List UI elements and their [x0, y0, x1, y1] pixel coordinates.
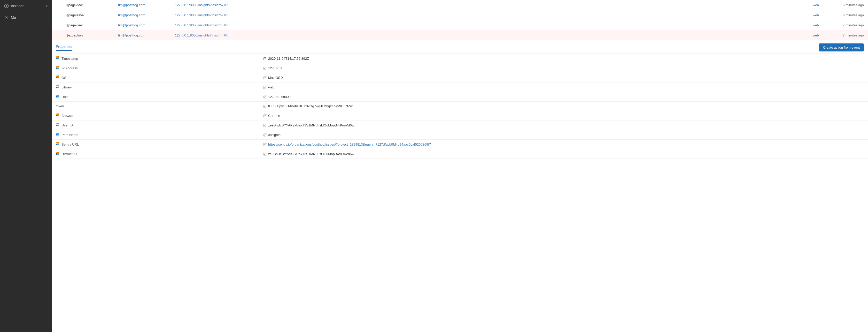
- event-row[interactable]: + $pageview tim@posthog.com 127.0.0.1:80…: [52, 20, 868, 30]
- svg-rect-5: [56, 58, 57, 59]
- property-value-cell: Chrome: [263, 114, 864, 118]
- property-value: ze9BnBcBYYAKZkUakT3S1MNuFsLlGuMopB4r8-mV…: [268, 123, 354, 127]
- expand-icon[interactable]: +: [52, 10, 62, 20]
- edit-icon[interactable]: [263, 123, 267, 127]
- sidebar-user[interactable]: Me: [0, 12, 52, 23]
- posthog-icon: [56, 85, 60, 89]
- svg-rect-19: [56, 85, 57, 86]
- svg-rect-32: [57, 123, 59, 124]
- posthog-icon: [56, 94, 60, 99]
- property-row: IP Address 127.0.0.1: [52, 63, 868, 73]
- expand-icon[interactable]: +: [52, 0, 62, 10]
- property-row: Distinct ID ze9BnBcBYYAKZkUakT3S1MNuFsLl…: [52, 149, 868, 159]
- svg-rect-23: [56, 94, 57, 96]
- posthog-icon: [56, 152, 60, 156]
- property-value: Chrome: [268, 114, 280, 118]
- property-value: /insights: [268, 133, 281, 137]
- edit-icon[interactable]: [263, 143, 267, 146]
- svg-rect-28: [57, 113, 59, 115]
- property-row: token KZZZeIpycLH-tKobLBET2NOg7wgJF2KqDL…: [52, 102, 868, 111]
- event-url[interactable]: 127.0.0.1:8000/insights?insight=TR...: [171, 0, 809, 10]
- property-key-label: Timestamp: [61, 57, 78, 60]
- posthog-icon: [56, 123, 60, 127]
- svg-rect-27: [56, 113, 57, 115]
- property-key: Host: [56, 94, 107, 99]
- expand-icon[interactable]: +: [52, 20, 62, 30]
- calendar-icon: [263, 57, 267, 60]
- edit-icon[interactable]: [263, 95, 267, 99]
- edit-icon[interactable]: [263, 86, 267, 89]
- property-key-label: token: [56, 104, 64, 108]
- edit-icon[interactable]: [263, 76, 267, 79]
- property-value-cell: 2020-11-04T14:17:56.892Z: [263, 57, 864, 60]
- event-row[interactable]: − $exception tim@posthog.com 127.0.0.1:8…: [52, 30, 868, 40]
- edit-icon[interactable]: [263, 152, 267, 156]
- property-key-label: Path Name: [61, 133, 78, 137]
- property-value-cell: Mac OS X: [263, 76, 864, 80]
- property-row: Path Name /insights: [52, 130, 868, 140]
- property-value-cell: /insights: [263, 133, 864, 137]
- svg-rect-13: [56, 67, 57, 69]
- instance-icon: [4, 4, 9, 8]
- edit-icon[interactable]: [263, 133, 267, 137]
- svg-rect-11: [56, 66, 57, 67]
- event-lib[interactable]: web: [809, 0, 829, 10]
- event-person[interactable]: tim@posthog.com: [114, 0, 171, 10]
- events-table: + $pageview tim@posthog.com 127.0.0.1:80…: [52, 0, 868, 40]
- property-value-cell: KZZZeIpycLH-tKobLBET2NOg7wgJF2KqDL5yWU_7…: [263, 104, 864, 108]
- svg-point-0: [5, 4, 8, 8]
- user-label: Me: [11, 16, 16, 20]
- property-value-cell: 127.0.0.1: [263, 66, 864, 70]
- svg-rect-18: [57, 77, 59, 78]
- property-key-label: Distinct ID: [61, 152, 77, 156]
- svg-rect-42: [57, 144, 59, 145]
- event-person[interactable]: tim@posthog.com: [114, 30, 171, 40]
- posthog-icon: [56, 56, 60, 60]
- event-lib[interactable]: web: [809, 20, 829, 30]
- property-row: OS Mac OS X: [52, 73, 868, 82]
- property-value-link[interactable]: https://sentry.io/organizations/posthog/…: [268, 142, 431, 146]
- svg-rect-36: [57, 133, 59, 134]
- property-key: OS: [56, 76, 107, 80]
- properties-header: Properties Create action from event: [52, 40, 868, 52]
- create-action-button[interactable]: Create action from event: [819, 44, 864, 52]
- sidebar: Instance ▾ Me: [0, 0, 52, 332]
- event-name: $pageview: [62, 0, 114, 10]
- property-key: User ID: [56, 123, 107, 127]
- svg-rect-16: [57, 76, 59, 77]
- sidebar-instance[interactable]: Instance ▾: [0, 0, 52, 12]
- event-person[interactable]: tim@posthog.com: [114, 10, 171, 20]
- event-row[interactable]: + $pageview tim@posthog.com 127.0.0.1:80…: [52, 0, 868, 10]
- event-url[interactable]: 127.0.0.1:8000/insights?insight=TR...: [171, 10, 809, 20]
- edit-icon[interactable]: [263, 114, 267, 117]
- property-value: 127.0.0.1:8000: [268, 95, 291, 99]
- property-key: Library: [56, 85, 107, 89]
- property-value-cell: https://sentry.io/organizations/posthog/…: [263, 142, 864, 146]
- event-url[interactable]: 127.0.0.1:8000/insights?insight=TR...: [171, 30, 809, 40]
- svg-rect-37: [56, 134, 57, 136]
- svg-rect-17: [56, 77, 57, 78]
- expand-icon[interactable]: −: [52, 30, 62, 40]
- svg-rect-24: [57, 94, 59, 96]
- edit-icon[interactable]: [263, 66, 267, 70]
- event-row[interactable]: + $pageleave tim@posthog.com 127.0.0.1:8…: [52, 10, 868, 20]
- property-key-label: IP Address: [61, 66, 78, 70]
- properties-table: Timestamp 2020-11-04T14:17:56.892Z IP Ad…: [52, 54, 868, 159]
- svg-rect-34: [57, 124, 59, 126]
- svg-rect-29: [56, 115, 57, 116]
- event-person[interactable]: tim@posthog.com: [114, 20, 171, 30]
- edit-icon[interactable]: [263, 105, 267, 108]
- tab-properties[interactable]: Properties: [56, 45, 72, 51]
- event-lib[interactable]: web: [809, 30, 829, 40]
- posthog-icon: [56, 66, 60, 70]
- svg-point-1: [6, 5, 7, 7]
- property-row: Browser Chrome: [52, 111, 868, 120]
- property-key: Timestamp: [56, 56, 107, 60]
- svg-rect-12: [57, 66, 59, 67]
- event-lib[interactable]: web: [809, 10, 829, 20]
- svg-rect-31: [56, 123, 57, 124]
- property-key: Distinct ID: [56, 152, 107, 156]
- event-url[interactable]: 127.0.0.1:8000/insights?insight=TR...: [171, 20, 809, 30]
- property-key-label: Host: [61, 95, 68, 99]
- svg-rect-39: [56, 142, 57, 143]
